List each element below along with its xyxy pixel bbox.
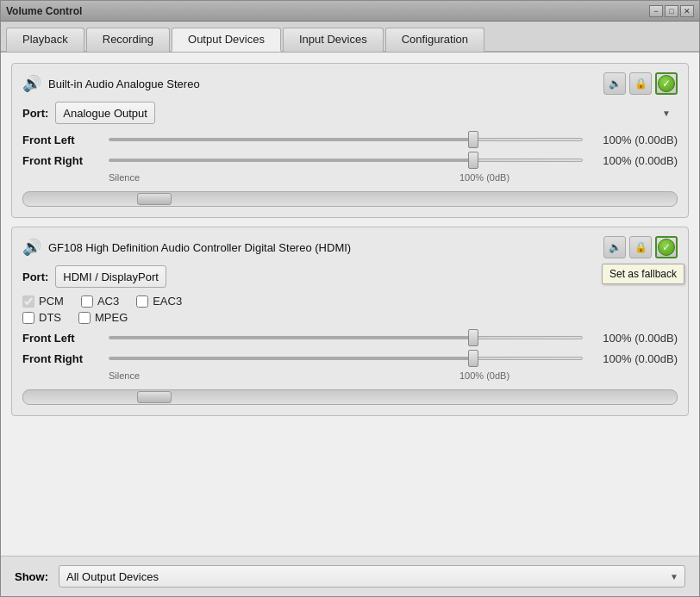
port-row-1: Port: Analogue Output [22,102,678,124]
front-right-slider-2[interactable] [109,350,583,367]
front-left-value-1: 100% (0.00dB) [583,134,678,146]
checkbox-row-2b: DTS MPEG [22,311,678,324]
mute-button-1[interactable]: 🔈 [603,72,626,95]
footer: Show: All Output Devices [1,556,699,596]
channel-row-front-right-1: Front Right 100% (0.00dB) [22,152,678,169]
device-controls-2: 🔈 🔒 ✓ Set as fallback [603,236,678,258]
device-card-1: 🔊 Built-in Audio Analogue Stereo 🔈 🔒 ✓ [11,63,689,218]
front-left-fill-2 [109,337,473,339]
pcm-label: PCM [39,295,64,308]
balance-slider-area-1[interactable] [22,191,678,207]
port-select-wrapper-2: HDMI / DisplayPort [55,265,678,288]
device-header-1: 🔊 Built-in Audio Analogue Stereo 🔈 🔒 ✓ [22,72,678,95]
device-header-2: 🔊 GF108 High Definition Audio Controller… [22,236,678,258]
front-right-value-1: 100% (0.00dB) [583,154,678,167]
window-title: Volume Control [6,5,649,17]
front-left-slider-1[interactable] [109,131,583,148]
checkbox-ac3: AC3 [81,295,119,308]
show-label: Show: [15,570,48,583]
green-check-2: ✓ [658,239,675,256]
tab-output-devices[interactable]: Output Devices [172,28,281,52]
volume-icon-1: 🔈 [609,78,622,90]
port-select-1[interactable]: Analogue Output [55,102,155,124]
mpeg-label: MPEG [95,311,128,324]
maximize-button[interactable]: □ [665,5,678,17]
front-right-fill-2 [109,358,473,359]
checkbox-eac3: EAC3 [136,295,182,308]
mpeg-checkbox[interactable] [78,312,91,324]
checkbox-mpeg: MPEG [78,311,128,324]
close-button[interactable]: ✕ [680,5,694,17]
minimize-button[interactable]: − [649,5,663,17]
fallback-button-1[interactable]: ✓ [655,72,678,95]
device-name-2: GF108 High Definition Audio Controller D… [48,241,603,254]
tab-playback[interactable]: Playback [6,28,84,52]
dts-label: DTS [39,311,61,324]
eac3-checkbox[interactable] [136,295,148,308]
lock-button-1[interactable]: 🔒 [629,72,652,95]
balance-thumb-2[interactable] [137,391,172,403]
scale-silence-1: Silence [109,172,140,183]
window-controls: − □ ✕ [649,5,694,17]
front-left-label-1: Front Left [22,134,109,146]
front-left-value-2: 100% (0.00dB) [583,332,678,345]
front-right-fill-1 [109,159,473,161]
fallback-button-2[interactable]: ✓ Set as fallback [655,236,678,258]
balance-track-2[interactable] [22,389,678,405]
front-left-slider-2[interactable] [109,329,583,346]
channel-row-front-left-2: Front Left 100% (0.00dB) [22,329,678,346]
front-right-thumb-2[interactable] [468,350,478,367]
ac3-checkbox[interactable] [81,295,93,308]
show-select-wrapper: All Output Devices [59,565,685,588]
scale-100-2: 100% (0dB) [459,370,509,381]
balance-thumb-1[interactable] [137,193,172,205]
lock-icon-1: 🔒 [634,78,647,90]
scale-silence-2: Silence [109,370,140,381]
front-right-value-2: 100% (0.00dB) [583,352,678,365]
channel-row-front-left-1: Front Left 100% (0.00dB) [22,131,678,148]
tab-input-devices[interactable]: Input Devices [283,28,384,52]
pcm-checkbox[interactable] [22,295,34,308]
green-check-1: ✓ [658,75,675,92]
ac3-label: AC3 [97,295,119,308]
channel-row-front-right-2: Front Right 100% (0.00dB) [22,350,678,367]
content-area: 🔊 Built-in Audio Analogue Stereo 🔈 🔒 ✓ [1,53,699,556]
front-right-track-1 [109,159,583,162]
volume-icon-2: 🔈 [609,241,622,253]
front-right-label-2: Front Right [22,352,109,365]
port-select-2[interactable]: HDMI / DisplayPort [55,265,166,288]
scale-100-1: 100% (0dB) [459,172,509,183]
port-select-wrapper-1: Analogue Output [55,102,678,124]
front-right-slider-1[interactable] [109,152,583,169]
front-left-thumb-1[interactable] [468,131,478,148]
front-right-thumb-1[interactable] [468,152,478,169]
mute-button-2[interactable]: 🔈 [603,236,626,258]
speaker-icon-2: 🔊 [22,238,41,257]
device-controls-1: 🔈 🔒 ✓ [603,72,678,95]
checkbox-pcm: PCM [22,295,64,308]
main-window: Volume Control − □ ✕ Playback Recording … [0,0,700,597]
lock-icon-2: 🔒 [634,241,647,253]
dts-checkbox[interactable] [22,312,34,324]
tab-configuration[interactable]: Configuration [385,28,484,52]
front-right-label-1: Front Right [22,154,109,167]
tab-recording[interactable]: Recording [86,28,170,52]
front-left-track-1 [109,138,583,141]
balance-slider-area-2[interactable] [22,389,678,405]
port-row-2: Port: HDMI / DisplayPort [22,265,678,288]
checkbox-row-2: PCM AC3 EAC3 [22,295,678,308]
fallback-tooltip: Set as fallback [602,264,684,284]
front-right-track-2 [109,357,583,360]
device-name-1: Built-in Audio Analogue Stereo [48,78,603,90]
front-left-track-2 [109,336,583,339]
balance-track-1[interactable] [22,191,678,207]
device-card-2: 🔊 GF108 High Definition Audio Controller… [11,227,689,416]
front-left-fill-1 [109,139,473,140]
show-select[interactable]: All Output Devices [59,565,685,588]
checkbox-dts: DTS [22,311,61,324]
front-left-thumb-2[interactable] [468,329,478,346]
eac3-label: EAC3 [153,295,182,308]
port-label-2: Port: [22,271,48,283]
front-left-label-2: Front Left [22,332,109,345]
lock-button-2[interactable]: 🔒 [629,236,652,258]
